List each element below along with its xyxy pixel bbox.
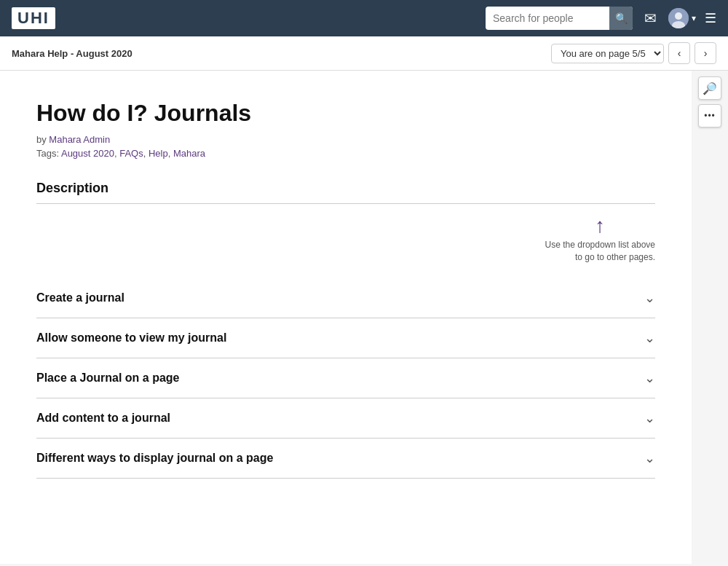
search-input[interactable] [486,9,609,27]
zoom-icon: 🔎 [703,82,717,95]
annotation-box: ↑ Use the dropdown list aboveto go to ot… [545,216,655,264]
author-line: by Mahara Admin [36,134,655,145]
accordion-header-2[interactable]: Allow someone to view my journal ⌄ [36,318,655,358]
search-container: 🔍 [486,7,633,30]
right-sidebar: 🔎 ••• [692,71,728,564]
accordion-item-1: Create a journal ⌄ [36,278,655,318]
accordion-item-2: Allow someone to view my journal ⌄ [36,318,655,358]
more-options-icon: ••• [704,111,716,121]
logo-text: UHI [12,7,55,29]
annotation-arrow: ↑ [595,216,605,236]
accordion-item-5: Different ways to display journal on a p… [36,439,655,479]
tags-line: Tags: August 2020, FAQs, Help, Mahara [36,148,655,159]
accordion-title-2: Allow someone to view my journal [36,331,226,345]
prev-page-button[interactable]: ‹ [668,42,690,64]
annotation-text: Use the dropdown list aboveto go to othe… [545,239,655,264]
accordion-title-4: Add content to a journal [36,412,170,425]
tag-mahara[interactable]: Mahara [173,148,205,159]
author-link[interactable]: Mahara Admin [49,134,110,145]
tags-prefix: Tags: [36,148,61,159]
avatar-image [668,8,689,28]
avatar-container[interactable]: ▾ [668,8,696,28]
page-controls: You are on page 5/5 ‹ › [551,42,716,64]
accordion-item-4: Add content to a journal ⌄ [36,398,655,439]
svg-point-1 [675,12,682,20]
tag-faqs[interactable]: FAQs [119,148,143,159]
accordion-icon-3: ⌄ [644,370,655,386]
accordion-icon-4: ⌄ [644,410,655,426]
annotation-area: ↑ Use the dropdown list aboveto go to ot… [36,216,655,264]
next-page-button[interactable]: › [695,42,716,64]
by-prefix: by [36,134,49,145]
accordion-title-5: Different ways to display journal on a p… [36,452,273,465]
subheader: Mahara Help - August 2020 You are on pag… [0,36,728,71]
accordion-icon-2: ⌄ [644,330,655,346]
main-content: How do I? Journals by Mahara Admin Tags:… [0,71,692,564]
accordion-header-4[interactable]: Add content to a journal ⌄ [36,398,655,438]
zoom-button[interactable]: 🔎 [698,76,721,100]
accordion-icon-1: ⌄ [644,290,655,306]
accordion-icon-5: ⌄ [644,450,655,466]
accordion-item-3: Place a Journal on a page ⌄ [36,358,655,398]
description-divider [36,203,655,204]
navbar: UHI 🔍 ✉ ▾ ☰ [0,0,728,36]
tag-help[interactable]: Help [149,148,168,159]
navbar-right: 🔍 ✉ ▾ ☰ [486,7,716,30]
accordion-header-1[interactable]: Create a journal ⌄ [36,278,655,318]
search-button[interactable]: 🔍 [609,7,633,30]
accordion-header-5[interactable]: Different ways to display journal on a p… [36,439,655,478]
navbar-left: UHI [12,7,55,29]
content-wrapper: How do I? Journals by Mahara Admin Tags:… [0,71,728,564]
mail-icon[interactable]: ✉ [641,7,660,30]
hamburger-icon[interactable]: ☰ [705,10,716,26]
avatar [668,8,689,28]
search-icon: 🔍 [615,12,628,24]
description-heading: Description [36,181,655,196]
tag-august2020[interactable]: August 2020 [61,148,114,159]
accordion-title-1: Create a journal [36,291,124,304]
more-options-button[interactable]: ••• [698,104,721,127]
avatar-dropdown-icon[interactable]: ▾ [692,13,696,23]
accordion-title-3: Place a Journal on a page [36,372,180,385]
accordion: Create a journal ⌄ Allow someone to view… [36,278,655,479]
accordion-header-3[interactable]: Place a Journal on a page ⌄ [36,358,655,398]
breadcrumb: Mahara Help - August 2020 [12,48,132,59]
page-title: How do I? Journals [36,100,655,127]
page-selector[interactable]: You are on page 5/5 [551,44,664,63]
logo: UHI [12,7,55,29]
